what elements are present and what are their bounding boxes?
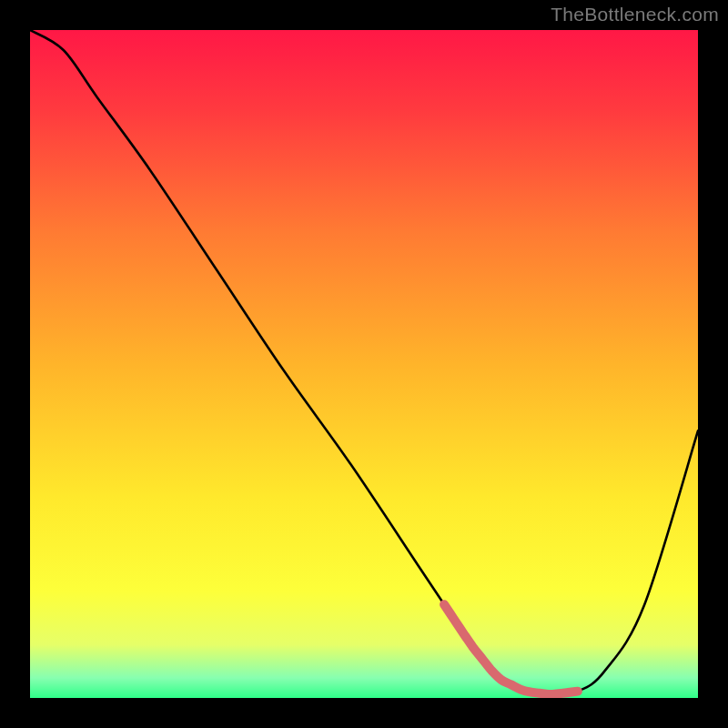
chart-frame: TheBottleneck.com — [0, 0, 728, 728]
plot-area — [30, 30, 698, 698]
watermark-text: TheBottleneck.com — [551, 4, 719, 25]
background-gradient — [30, 30, 698, 698]
svg-rect-0 — [30, 30, 698, 698]
